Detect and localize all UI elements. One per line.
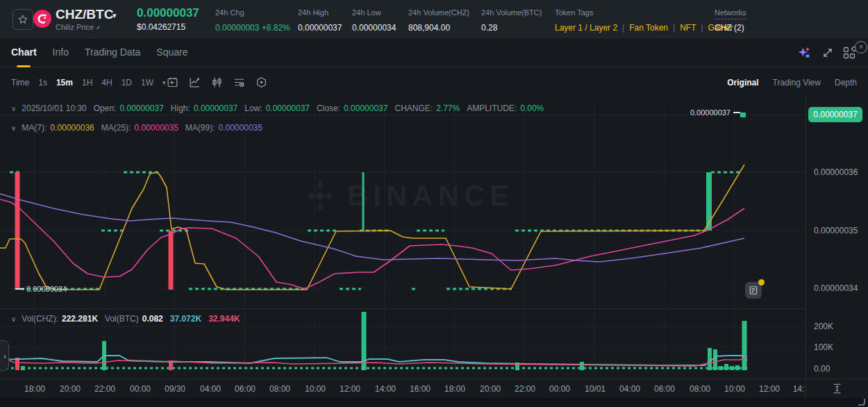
volume-bar [730, 366, 734, 370]
favorite-button[interactable] [12, 9, 33, 30]
collapse-caret-icon[interactable]: ∨ [11, 315, 16, 323]
tab-chart[interactable]: Chart [11, 38, 37, 67]
bottom-strip [0, 398, 868, 407]
ma7-value: 0.00000036 [50, 123, 94, 133]
interval-more-icon[interactable]: ▾ [162, 79, 166, 86]
volume-bar [713, 349, 717, 370]
time-tick: 12:00 [333, 384, 367, 394]
ma7-label: MA(7): [22, 123, 47, 133]
view-original[interactable]: Original [727, 78, 758, 88]
time-tick: 08:00 [263, 384, 297, 394]
view-depth[interactable]: Depth [835, 78, 857, 88]
time-tick: 06:00 [228, 384, 262, 394]
volume-ma-buy [0, 356, 747, 365]
volume-row: ∨ Vol(CHZ):222.281K Vol(BTC)0.082 37.072… [11, 314, 247, 324]
ma-row: ∨ MA(7):0.00000036 MA(25):0.00000035 MA(… [11, 123, 269, 133]
layout-grid-icon[interactable] [842, 46, 856, 60]
volume-tick-label: 200K [814, 321, 833, 332]
time-tick: 20:00 [53, 384, 87, 394]
time-tick: 14: [782, 384, 806, 394]
display-settings-icon[interactable] [233, 76, 245, 88]
fit-scale-icon[interactable] [831, 383, 843, 394]
compare-candles-icon[interactable] [211, 76, 223, 88]
interval-1h[interactable]: 1H [82, 78, 92, 88]
amplitude-value: 0.00% [520, 103, 544, 113]
networks-label[interactable]: Networks [715, 8, 746, 19]
chart-toolbar: Time 1s 15m 1H 4H 1D 1W ▾ [0, 67, 868, 98]
stat-label: 24h High [298, 8, 328, 17]
interval-15m[interactable]: 15m [56, 78, 73, 88]
ohlc-row: ∨ 2025/10/01 10:30 Open:0.00000037 High:… [11, 103, 551, 113]
stat-label: 24h Volume(CHZ) [408, 8, 469, 17]
ma25-label: MA(25): [101, 123, 131, 133]
high-price-label: 0.00000037 [690, 108, 731, 117]
stat-label: 24h Volume(BTC) [481, 8, 542, 17]
view-tradingview[interactable]: Trading View [773, 78, 821, 88]
interval-1s[interactable]: 1s [38, 78, 47, 88]
notification-dot [758, 279, 765, 285]
chart-canvas[interactable]: 0.000000370.00000034 [0, 97, 868, 398]
time-tick: 14:00 [369, 384, 402, 394]
ai-sparkle-icon[interactable] [797, 46, 811, 60]
interval-time[interactable]: Time [11, 78, 29, 88]
networks-value: CHZ (2) [715, 23, 744, 33]
tab-info[interactable]: Info [53, 38, 69, 67]
volume-bar [708, 348, 712, 370]
last-price: 0.00000037 [137, 6, 199, 20]
price-axis[interactable]: 0.00000037 0.000000360.000000350.0000003… [806, 97, 868, 398]
chiliz-price-link[interactable]: Chiliz Price↗ [56, 23, 101, 31]
symbol-name[interactable]: CHZ/BTC [56, 7, 113, 22]
tag-fan-token[interactable]: Fan Token [617, 23, 668, 33]
calendar-jump-icon[interactable] [167, 76, 178, 88]
high-label: High: [171, 103, 190, 113]
panel-expand-handle[interactable]: › [0, 340, 9, 371]
high-value: 0.00000037 [194, 103, 237, 113]
vol-chz-label: Vol(CHZ): [22, 314, 58, 324]
candle-down [169, 231, 174, 290]
time-tick: 22:00 [508, 384, 542, 394]
volume-bar [719, 366, 723, 370]
page-tabs: Chart Info Trading Data Square [0, 38, 868, 67]
close-icon[interactable]: × [855, 41, 867, 53]
time-tick: 22:00 [88, 384, 122, 394]
time-tick: 10:00 [718, 384, 751, 394]
collapse-caret-icon[interactable]: ∨ [11, 124, 16, 132]
interval-4h[interactable]: 4H [101, 78, 112, 88]
ma-line-ma25 [0, 199, 744, 289]
ma99-label: MA(99): [185, 123, 215, 133]
time-tick: 04:00 [194, 384, 227, 394]
chart-tools [167, 67, 267, 97]
interval-1d[interactable]: 1D [122, 78, 132, 88]
time-tick: 00:00 [124, 384, 157, 394]
tag-nft[interactable]: NFT [668, 23, 696, 33]
time-tick: 04:00 [613, 384, 646, 394]
stat-label: 24h Low [352, 8, 381, 17]
volume-tick-label: 0.00 [814, 363, 830, 374]
ma25-value: 0.00000035 [134, 123, 178, 133]
volume-bar [580, 362, 584, 370]
collapse-caret-icon[interactable]: ∨ [11, 105, 16, 113]
current-price-badge: 0.00000037 [808, 107, 862, 122]
resize-corner[interactable] [858, 399, 865, 406]
chart-region[interactable]: BINANCE 0.000000370.00000034 ∨ 2025/10/0… [0, 97, 868, 398]
time-tick: 10/01 [578, 384, 612, 394]
chart-settings-icon[interactable] [256, 76, 267, 88]
news-feed-icon[interactable] [745, 282, 762, 299]
symbol-dropdown-icon[interactable]: ▾ [112, 11, 117, 20]
close-label: Close: [317, 103, 340, 113]
change-value: 2.77% [436, 103, 460, 113]
low-label: Low: [244, 103, 262, 113]
time-tick: 18:00 [438, 384, 471, 394]
tab-square[interactable]: Square [156, 38, 187, 67]
ma-line-ma99 [0, 194, 744, 262]
price-tick-label: 0.00000034 [814, 283, 858, 294]
expand-icon[interactable] [821, 46, 835, 60]
stat-value: 0.28 [481, 23, 497, 33]
time-axis[interactable]: 18:0020:0022:0000:0009/3004:0006:0008:00… [0, 379, 868, 399]
indicator-icon[interactable] [189, 76, 201, 88]
tag-layer1-layer2[interactable]: Layer 1 / Layer 2 [555, 23, 617, 33]
low-value: 0.00000037 [266, 103, 310, 113]
tab-trading-data[interactable]: Trading Data [85, 38, 140, 67]
interval-selector: Time 1s 15m 1H 4H 1D 1W ▾ [11, 67, 166, 97]
interval-1w[interactable]: 1W [141, 78, 153, 88]
